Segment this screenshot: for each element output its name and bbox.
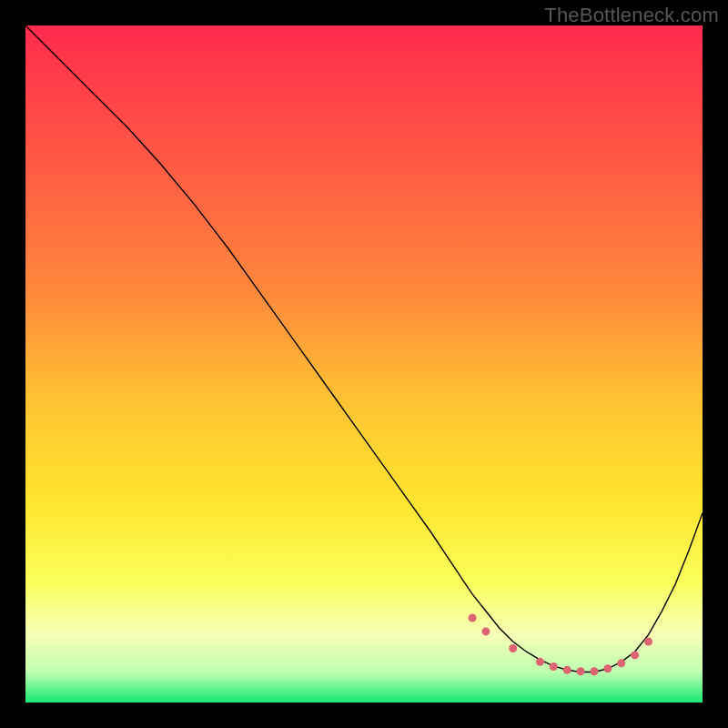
pink-dot — [550, 662, 558, 671]
bottleneck-chart — [25, 25, 703, 703]
pink-dot — [563, 666, 571, 674]
pink-dot — [509, 644, 517, 652]
pink-dot — [617, 659, 625, 667]
watermark-text: TheBottleneck.com — [544, 4, 719, 27]
chart-container: TheBottleneck.com — [0, 0, 728, 728]
pink-dot — [590, 667, 598, 675]
pink-dot — [603, 664, 612, 672]
pink-dot — [577, 667, 585, 675]
pink-dot — [481, 627, 490, 635]
pink-dot — [536, 658, 544, 666]
pink-dot — [631, 651, 639, 659]
pink-dot — [644, 638, 652, 646]
pink-dot — [469, 614, 477, 622]
